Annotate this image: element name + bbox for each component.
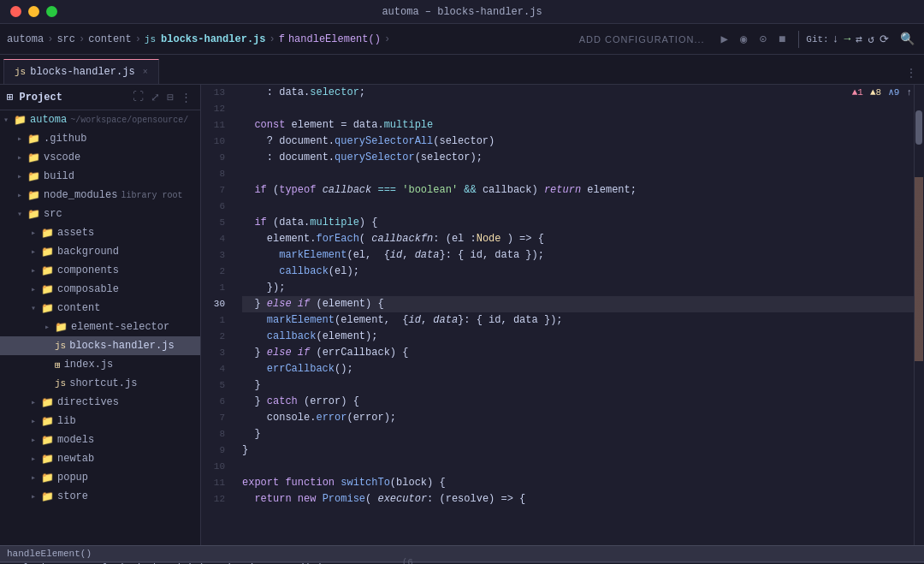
maximize-button[interactable] bbox=[46, 6, 57, 17]
lib-arrow-icon: ▸ bbox=[31, 416, 41, 426]
sidebar-item-composable[interactable]: ▸ 📁 composable bbox=[0, 280, 200, 299]
code-line-9b: } bbox=[242, 442, 914, 459]
code-line-2: callback(el); bbox=[242, 264, 914, 280]
sidebar-item-store[interactable]: ▸ 📁 store bbox=[0, 487, 200, 506]
sidebar: ⊞ Project ⛶ ⤢ ⊟ ⋮ ▾ 📁 automa ~/workspace… bbox=[0, 85, 201, 545]
add-configuration-button[interactable]: ADD CONFIGURATION... bbox=[572, 33, 712, 46]
vertical-scrollbar[interactable] bbox=[914, 85, 924, 545]
newtab-arrow-icon: ▸ bbox=[31, 454, 41, 464]
breadcrumb-filename[interactable]: blocks-handler.js bbox=[161, 33, 265, 45]
tree-root[interactable]: ▾ 📁 automa ~/workspace/opensource/ bbox=[0, 110, 200, 129]
content-label: content bbox=[57, 302, 100, 314]
models-folder-icon: 📁 bbox=[41, 434, 54, 447]
window-controls bbox=[10, 6, 57, 17]
sidebar-item-assets[interactable]: ▸ 📁 assets bbox=[0, 223, 200, 242]
stop-icon[interactable]: ■ bbox=[776, 31, 788, 48]
run-icon[interactable]: ▶ bbox=[719, 30, 731, 48]
sidebar-item-components[interactable]: ▸ 📁 components bbox=[0, 261, 200, 280]
code-line-2b: callback(element); bbox=[242, 329, 914, 345]
lib-folder-icon: 📁 bbox=[41, 415, 54, 428]
models-arrow-icon: ▸ bbox=[31, 435, 41, 445]
git-revert-icon[interactable]: ↺ bbox=[866, 31, 876, 48]
ln-10: 10 bbox=[201, 134, 230, 150]
sidebar-item-lib[interactable]: ▸ 📁 lib bbox=[0, 412, 200, 430]
ln-6: 6 bbox=[201, 199, 230, 215]
ln-4: 4 bbox=[201, 231, 230, 247]
sidebar-expand-icon[interactable]: ⛶ bbox=[131, 89, 145, 105]
close-button[interactable] bbox=[10, 6, 21, 17]
sidebar-item-build[interactable]: ▸ 📁 build bbox=[0, 167, 200, 186]
sidebar-item-popup[interactable]: ▸ 📁 popup bbox=[0, 468, 200, 487]
coverage-icon[interactable]: ◉ bbox=[737, 30, 749, 48]
tab-file-icon: js bbox=[15, 67, 26, 77]
main-layout: ⊞ Project ⛶ ⤢ ⊟ ⋮ ▾ 📁 automa ~/workspace… bbox=[0, 85, 924, 545]
build-label: build bbox=[44, 170, 74, 182]
code-line-5: if (data.multiple) { bbox=[242, 215, 914, 231]
debug-icon[interactable]: ⊙ bbox=[756, 30, 768, 48]
sidebar-item-models[interactable]: ▸ 📁 models bbox=[0, 430, 200, 449]
github-label: .github bbox=[44, 133, 86, 145]
search-icon[interactable]: 🔍 bbox=[897, 30, 917, 48]
code-line-5b: } bbox=[242, 377, 914, 394]
github-arrow-icon: ▸ bbox=[17, 134, 27, 144]
sidebar-item-src[interactable]: ▾ 📁 src bbox=[0, 205, 200, 223]
code-content[interactable]: : data.selector; const element = data.mu… bbox=[235, 85, 914, 545]
sidebar-item-newtab[interactable]: ▸ 📁 newtab bbox=[0, 449, 200, 468]
assets-label: assets bbox=[57, 227, 94, 239]
breadcrumb-function[interactable]: handleElement() bbox=[288, 33, 381, 45]
sidebar-item-content[interactable]: ▾ 📁 content bbox=[0, 299, 200, 318]
minimize-button[interactable] bbox=[28, 6, 39, 17]
root-label: automa bbox=[30, 114, 67, 126]
store-label: store bbox=[57, 490, 88, 502]
git-pull-icon[interactable]: ⇄ bbox=[854, 31, 864, 48]
code-line-11: const element = data.multiple bbox=[242, 117, 914, 134]
sidebar-item-node-modules[interactable]: ▸ 📁 node_modules library root bbox=[0, 186, 200, 205]
components-arrow-icon: ▸ bbox=[31, 265, 41, 276]
tabs-menu-icon[interactable]: ⋮ bbox=[898, 62, 924, 84]
src-label: src bbox=[44, 208, 62, 220]
shortcut-file-icon: js bbox=[55, 378, 66, 389]
element-selector-label: element-selector bbox=[71, 321, 169, 333]
code-line-8 bbox=[242, 166, 914, 182]
sidebar-toolbar: ⊞ Project ⛶ ⤢ ⊟ ⋮ bbox=[0, 85, 200, 110]
sidebar-item-shortcut[interactable]: ▸ js shortcut.js bbox=[0, 374, 200, 393]
hint-badge-9: ∧9 bbox=[888, 86, 899, 98]
breadcrumb-content[interactable]: content bbox=[88, 33, 131, 45]
root-arrow-icon: ▾ bbox=[3, 115, 14, 125]
code-line-4b: errCallback(); bbox=[242, 361, 914, 377]
code-line-11b: export function switchTo(block) { bbox=[242, 475, 914, 491]
breadcrumb-src[interactable]: src bbox=[56, 33, 75, 45]
sidebar-item-background[interactable]: ▸ 📁 background bbox=[0, 242, 200, 261]
code-line-8b: } bbox=[242, 426, 914, 442]
git-download-icon[interactable]: ↓ bbox=[831, 31, 841, 47]
tab-blocks-handler[interactable]: js blocks-handler.js × bbox=[3, 59, 159, 84]
sidebar-collapse-icon[interactable]: ⊟ bbox=[165, 89, 175, 106]
title-bar: automa – blocks-handler.js bbox=[0, 0, 924, 24]
background-arrow-icon: ▸ bbox=[31, 246, 41, 257]
tab-close-icon[interactable]: × bbox=[143, 68, 148, 77]
sidebar-item-vscode[interactable]: ▸ 📁 vscode bbox=[0, 148, 200, 167]
window-title: automa – blocks-handler.js bbox=[382, 6, 542, 18]
components-label: components bbox=[57, 264, 119, 276]
breadcrumb-automa[interactable]: automa bbox=[7, 33, 44, 45]
ln-8b: 8 bbox=[201, 426, 230, 442]
git-history-icon[interactable]: ⟳ bbox=[878, 31, 891, 48]
sidebar-item-element-selector[interactable]: ▸ 📁 element-selector bbox=[0, 318, 200, 336]
code-line-1b: markElement(element, {id, data}: { id, d… bbox=[242, 312, 914, 329]
ln-12: 12 bbox=[201, 101, 230, 117]
sidebar-expand2-icon[interactable]: ⤢ bbox=[149, 89, 162, 106]
src-folder-icon: 📁 bbox=[27, 208, 40, 221]
sidebar-item-index[interactable]: ▸ ⊞ index.js bbox=[0, 355, 200, 374]
ln-5b: 5 bbox=[201, 377, 230, 394]
directives-label: directives bbox=[57, 396, 119, 408]
sidebar-menu-icon[interactable]: ⋮ bbox=[179, 89, 193, 106]
ln-4b: 4 bbox=[201, 361, 230, 377]
scroll-up-icon[interactable]: ↑ bbox=[906, 87, 912, 98]
git-push-icon[interactable]: → bbox=[843, 31, 853, 47]
sidebar-item-directives[interactable]: ▸ 📁 directives bbox=[0, 393, 200, 412]
popup-arrow-icon: ▸ bbox=[31, 472, 41, 483]
ln-3b: 3 bbox=[201, 345, 230, 361]
ln-2b: 2 bbox=[201, 329, 230, 345]
sidebar-item-github[interactable]: ▸ 📁 .github bbox=[0, 129, 200, 148]
sidebar-item-blocks-handler[interactable]: ▸ js blocks-handler.js bbox=[0, 336, 200, 355]
